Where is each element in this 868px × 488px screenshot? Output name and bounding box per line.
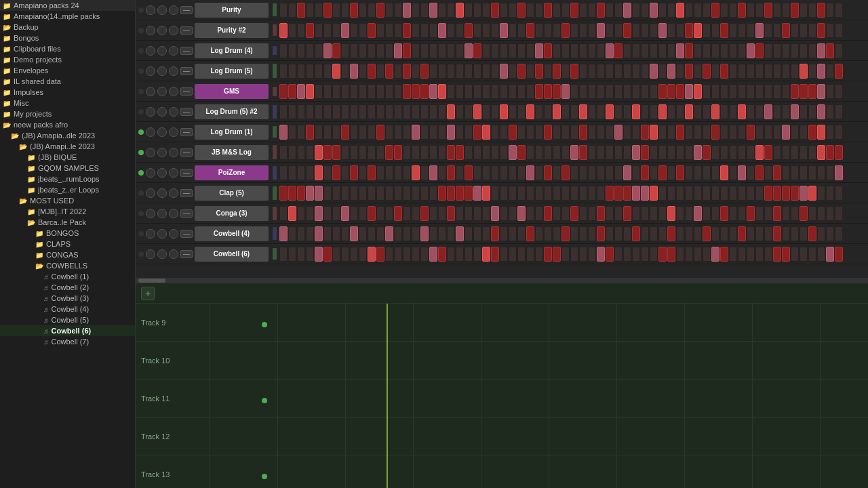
- pad-27[interactable]: [517, 23, 526, 38]
- pad-2[interactable]: [297, 3, 305, 18]
- pad-4[interactable]: [315, 43, 323, 58]
- seq-btn-2[interactable]: [157, 5, 167, 15]
- pad-0[interactable]: [279, 206, 288, 221]
- pad-33[interactable]: [570, 84, 578, 99]
- pad-45[interactable]: [676, 64, 684, 79]
- pad-63[interactable]: [835, 3, 843, 18]
- pad-25[interactable]: [500, 186, 508, 201]
- pad-44[interactable]: [667, 226, 675, 241]
- pad-28[interactable]: [526, 206, 534, 221]
- pad-37[interactable]: [606, 145, 614, 160]
- pad-12[interactable]: [385, 165, 393, 180]
- pad-53[interactable]: [747, 226, 755, 241]
- pad-12[interactable]: [385, 186, 393, 201]
- pad-33[interactable]: [570, 125, 578, 140]
- pad-38[interactable]: [614, 43, 623, 58]
- pad-18[interactable]: [438, 247, 446, 262]
- pad-0[interactable]: [279, 165, 288, 180]
- pad-53[interactable]: [747, 3, 755, 18]
- pad-15[interactable]: [412, 23, 420, 38]
- pad-0[interactable]: [279, 186, 288, 201]
- pad-31[interactable]: [553, 64, 561, 79]
- pad-31[interactable]: [553, 165, 561, 180]
- pad-1[interactable]: [288, 3, 296, 18]
- pad-25[interactable]: [500, 23, 508, 38]
- pad-16[interactable]: [420, 125, 429, 140]
- pad-45[interactable]: [676, 3, 684, 18]
- pad-45[interactable]: [676, 206, 684, 221]
- pad-25[interactable]: [500, 165, 508, 180]
- pad-25[interactable]: [500, 84, 508, 99]
- pad-63[interactable]: [835, 23, 843, 38]
- pad-3[interactable]: [306, 84, 314, 99]
- pad-12[interactable]: [385, 226, 393, 241]
- pad-5[interactable]: [323, 186, 332, 201]
- pad-18[interactable]: [438, 23, 446, 38]
- pad-12[interactable]: [385, 104, 393, 119]
- seq-btn-2[interactable]: [157, 188, 167, 198]
- pad-63[interactable]: [835, 84, 843, 99]
- pad-62[interactable]: [826, 206, 834, 221]
- pad-25[interactable]: [500, 145, 508, 160]
- pad-17[interactable]: [429, 84, 437, 99]
- pad-50[interactable]: [720, 104, 728, 119]
- seq-btn-2[interactable]: [157, 168, 167, 178]
- seq-btn-3[interactable]: [169, 229, 178, 239]
- pad-25[interactable]: [500, 247, 508, 262]
- pad-24[interactable]: [491, 64, 499, 79]
- sidebar-item-il-shared-data[interactable]: 📁IL shared data: [0, 76, 135, 87]
- pad-35[interactable]: [588, 125, 596, 140]
- pad-3[interactable]: [306, 104, 314, 119]
- pad-6[interactable]: [332, 125, 340, 140]
- pad-9[interactable]: [359, 145, 367, 160]
- pad-58[interactable]: [791, 3, 799, 18]
- pad-49[interactable]: [711, 125, 719, 140]
- pad-51[interactable]: [729, 23, 737, 38]
- sidebar-item-cowbells-sub[interactable]: 📂COWBELLS: [0, 260, 135, 271]
- seq-btn-1[interactable]: [146, 87, 155, 96]
- pad-60[interactable]: [808, 145, 816, 160]
- seq-minus-btn[interactable]: —: [180, 87, 193, 96]
- seq-btn-2[interactable]: [157, 229, 167, 239]
- pad-9[interactable]: [359, 247, 367, 262]
- pad-22[interactable]: [473, 125, 481, 140]
- pad-29[interactable]: [535, 145, 543, 160]
- sidebar-item-jb-amapia-dle-2023[interactable]: 📂(JB) Amapia..dle 2023: [0, 130, 135, 141]
- pad-19[interactable]: [447, 104, 455, 119]
- pad-42[interactable]: [650, 64, 658, 79]
- pad-48[interactable]: [703, 226, 711, 241]
- pad-52[interactable]: [738, 84, 746, 99]
- pad-34[interactable]: [579, 125, 587, 140]
- pad-42[interactable]: [650, 145, 658, 160]
- pad-7[interactable]: [341, 3, 349, 18]
- pad-58[interactable]: [791, 64, 799, 79]
- pad-3[interactable]: [306, 64, 314, 79]
- pad-27[interactable]: [517, 84, 526, 99]
- pad-49[interactable]: [711, 64, 719, 79]
- pad-53[interactable]: [747, 145, 755, 160]
- pad-6[interactable]: [332, 23, 340, 38]
- seq-btn-2[interactable]: [157, 107, 167, 117]
- seq-btn-1[interactable]: [146, 127, 155, 137]
- pad-22[interactable]: [473, 84, 481, 99]
- sidebar-item-amapiano-14[interactable]: 📁Amapiano(14..mple packs: [0, 11, 135, 22]
- pad-56[interactable]: [773, 64, 781, 79]
- pad-9[interactable]: [359, 186, 367, 201]
- pad-31[interactable]: [553, 84, 561, 99]
- seq-minus-btn[interactable]: —: [180, 148, 193, 157]
- pad-21[interactable]: [465, 206, 473, 221]
- pad-48[interactable]: [703, 84, 711, 99]
- pad-7[interactable]: [341, 64, 349, 79]
- pad-34[interactable]: [579, 104, 587, 119]
- pad-26[interactable]: [509, 186, 517, 201]
- pad-23[interactable]: [482, 64, 490, 79]
- pad-46[interactable]: [685, 64, 693, 79]
- pad-43[interactable]: [658, 3, 667, 18]
- seq-btn-1[interactable]: [146, 249, 155, 259]
- pad-8[interactable]: [350, 145, 358, 160]
- seq-instrument-name[interactable]: Cowbell (6): [195, 247, 269, 262]
- pad-30[interactable]: [544, 104, 552, 119]
- pad-22[interactable]: [473, 247, 481, 262]
- pad-2[interactable]: [297, 206, 305, 221]
- pad-42[interactable]: [650, 226, 658, 241]
